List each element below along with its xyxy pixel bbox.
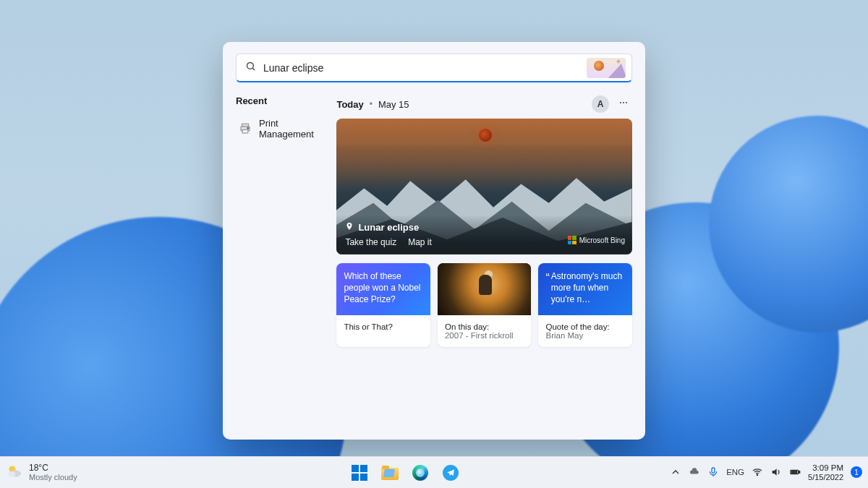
bing-attribution: Microsoft Bing [568,236,625,244]
search-box[interactable] [236,53,632,82]
recent-heading: Recent [236,95,326,106]
weather-widget[interactable]: 18°C Mostly cloudy [6,463,165,483]
card-on-this-day[interactable]: On this day: 2007 - First rickroll [438,263,532,347]
folder-icon [381,466,399,480]
svg-rect-18 [799,471,799,474]
card-teaser: Astronomy's much more fun when you're n… [551,270,625,306]
today-section: Today • May 15 A [336,95,632,427]
edge-icon [412,465,428,481]
hero-action-map[interactable]: Map it [408,237,432,247]
card-subtitle: 2007 - First rickroll [445,331,524,340]
search-flyout: Recent Print Management Today • May 15 [223,42,645,440]
telegram-icon [443,465,459,481]
tray-chevron-up-icon[interactable] [670,466,681,478]
file-explorer-button[interactable] [377,460,403,486]
microsoft-logo-icon [568,236,576,244]
recent-item-label: Print Management [259,118,323,140]
clock-date: 5/15/2022 [808,473,843,481]
more-button[interactable] [615,95,632,113]
card-teaser: Which of these people won a Nobel Peace … [344,270,423,306]
svg-point-8 [626,102,627,103]
today-label: Today [336,99,363,110]
separator-dot: • [370,99,373,109]
user-avatar[interactable]: A [592,95,609,113]
wifi-icon[interactable] [752,466,763,478]
search-input[interactable] [263,62,579,74]
card-this-or-that[interactable]: Which of these people won a Nobel Peace … [336,263,430,347]
onedrive-icon[interactable] [689,466,700,478]
notification-badge[interactable]: 1 [851,466,862,478]
svg-rect-15 [712,468,715,473]
svg-point-14 [8,471,16,477]
windows-logo-icon [352,465,367,481]
recent-section: Recent Print Management [236,95,326,427]
svg-point-16 [757,475,757,476]
start-button[interactable] [346,460,373,486]
taskbar: 18°C Mostly cloudy [0,456,868,488]
singer-image [438,263,532,315]
printer-icon [239,121,252,136]
ellipsis-icon [618,98,629,111]
card-title: Quote of the day: [545,322,609,331]
weather-icon [6,463,23,483]
card-title: This or That? [344,322,393,331]
clock-time: 3:09 PM [808,463,843,473]
svg-line-1 [252,68,255,70]
today-date: May 15 [378,99,409,110]
search-icon [245,61,256,74]
weather-temp: 18°C [29,463,77,473]
card-subtitle: Brian May [545,331,625,340]
svg-point-6 [620,102,621,103]
clock[interactable]: 3:09 PM 5/15/2022 [808,463,843,481]
volume-icon[interactable] [770,466,782,478]
microphone-icon[interactable] [707,466,719,478]
search-highlights-art[interactable] [587,58,626,78]
edge-button[interactable] [407,460,433,486]
svg-point-7 [623,102,624,103]
svg-rect-19 [791,471,796,474]
svg-point-0 [247,63,254,69]
card-quote-of-day[interactable]: Astronomy's much more fun when you're n…… [538,263,632,347]
hero-action-quiz[interactable]: Take the quiz [345,237,396,247]
weather-condition: Mostly cloudy [29,473,77,481]
battery-icon[interactable] [789,466,801,478]
language-indicator[interactable]: ENG [726,468,744,476]
hero-image-card[interactable]: Lunar eclipse Take the quiz Map it Micro… [336,119,632,254]
hero-title: Lunar eclipse [358,222,419,233]
card-title: On this day: [445,322,489,331]
telegram-button[interactable] [438,460,464,486]
location-pin-icon [345,222,354,233]
svg-point-5 [247,128,249,129]
svg-rect-4 [242,130,248,134]
recent-item[interactable]: Print Management [236,114,326,144]
eclipse-moon-icon [479,129,492,142]
